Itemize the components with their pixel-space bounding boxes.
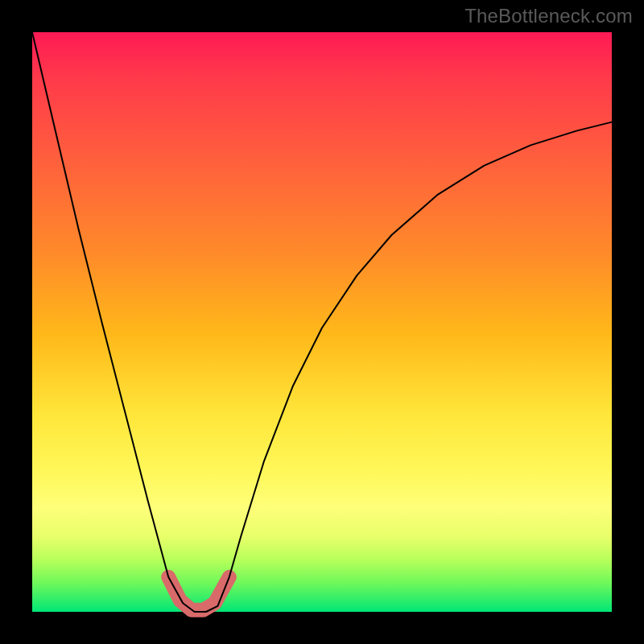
- watermark-text: TheBottleneck.com: [464, 5, 633, 27]
- curve-svg: [32, 32, 612, 612]
- gradient-plot-area: [32, 32, 612, 612]
- black-curve-path: [32, 32, 612, 612]
- chart-frame: TheBottleneck.com: [0, 0, 644, 644]
